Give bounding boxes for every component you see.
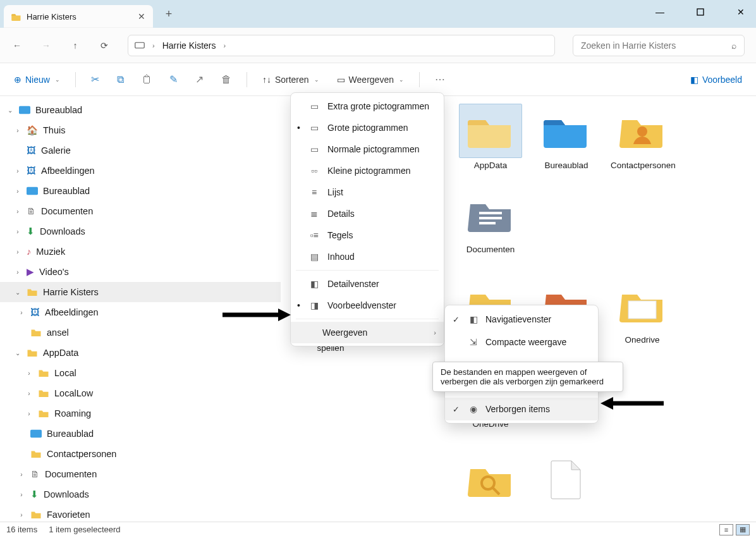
folder-icon [27,287,38,297]
menu-label: Normale pictogrammen [327,144,420,154]
sidebar-label: Bureaublad [43,186,90,196]
svg-marker-18 [278,309,291,321]
search-input[interactable]: Zoeken in Harrie Kisters ⌕ [573,35,745,56]
menu-item-hidden-items[interactable]: ✓◉Verborgen items [445,398,598,420]
desktop-icon [19,105,30,115]
view-label: Weergeven [349,75,394,85]
thumb-s-icon: ▫▫ [308,166,320,176]
maximize-button[interactable] [688,1,713,23]
pictures-icon: 🖼 [30,307,40,317]
sidebar-label: Galerie [41,145,71,156]
sidebar-item-galerie[interactable]: 🖼Galerie [0,140,281,161]
tiles-icon: ▫≡ [308,230,320,240]
forward-button[interactable]: → [40,40,52,51]
file-item-file[interactable] [535,453,598,507]
close-tab-icon[interactable]: ✕ [138,11,145,21]
chevron-right-icon: › [434,329,436,336]
sidebar-item-documenten[interactable]: ›🗎Documenten [0,464,281,484]
sidebar-item-roaming[interactable]: ›Roaming [0,403,281,424]
file-item-search[interactable] [459,453,522,507]
share-button[interactable]: ↗ [189,70,210,89]
back-button[interactable]: ← [11,40,23,51]
paste-button[interactable]: 📋︎ [135,70,158,89]
copy-button[interactable]: ⧉ [111,70,130,89]
view-menu[interactable]: ▭Extra grote pictogrammen •▭Grote pictog… [290,92,444,346]
menu-item-medium[interactable]: ▭Normale pictogrammen [291,138,444,160]
chevron-down-icon: ⌄ [399,76,404,83]
icons-view-button[interactable]: ▦ [736,524,750,535]
breadcrumb-current[interactable]: Harrie Kisters [162,40,216,51]
file-icon [550,460,583,500]
sidebar-item-videos[interactable]: ›▶Video's [0,262,281,282]
menu-item-weergeven[interactable]: Weergeven› [291,322,444,343]
menu-item-large[interactable]: •▭Grote pictogrammen [291,117,444,138]
cut-button[interactable]: ✂ [85,70,106,89]
menu-item-compact-view[interactable]: ⇲Compacte weergave [445,331,598,353]
sidebar-item-bureaublad[interactable]: Bureaublad [0,424,281,444]
bullet-icon: • [297,123,300,133]
details-view-button[interactable]: ≡ [719,524,733,535]
minimize-button[interactable]: — [647,1,673,23]
view-button[interactable]: ▭ Weergeven ⌄ [331,71,410,89]
file-item-appdata[interactable]: AppData [459,104,522,171]
chevron-right-icon: › [14,127,21,134]
sidebar-item-locallow[interactable]: ›LocalLow [0,383,281,403]
file-item-bureaublad[interactable]: Bureaublad [535,104,598,171]
sidebar-label: Video's [39,267,69,277]
folder-icon [468,113,513,149]
menu-item-detail-pane[interactable]: ◧Detailvenster [291,273,444,295]
tab[interactable]: Harrie Kisters ✕ [4,5,153,28]
breadcrumb[interactable]: › Harrie Kisters › [128,35,555,56]
nav-pane-icon: ◧ [468,314,479,324]
menu-item-content[interactable]: ▤Inhoud [291,246,444,267]
refresh-button[interactable]: ⟳ [99,40,110,51]
sidebar-item-local[interactable]: ›Local [0,363,281,383]
menu-item-tiles[interactable]: ▫≡Tegels [291,224,444,246]
menu-label: Inhoud [327,252,355,262]
new-button[interactable]: ⊕ Nieuw ⌄ [8,71,66,89]
downloads-icon: ⬇ [30,489,39,499]
sidebar-item-ansel[interactable]: ansel [0,322,281,343]
documents-folder-icon [468,197,513,233]
chevron-right-icon: › [14,188,21,195]
sidebar-item-bureaublad[interactable]: ›Bureaublad [0,181,281,201]
chevron-right-icon: › [25,390,33,397]
svg-rect-3 [27,187,38,195]
sidebar-label: Afbeeldingen [41,166,95,176]
new-tab-button[interactable]: + [159,8,178,21]
menu-label: Weergeven [322,327,367,338]
delete-button[interactable]: 🗑︎ [215,70,238,89]
sidebar-item-downloads[interactable]: ›⬇Downloads [0,484,281,504]
monitor-icon [135,42,145,49]
sidebar-item-documenten[interactable]: ›🗎Documenten [0,201,281,221]
menu-item-small[interactable]: ▫▫Kleine pictogrammen [291,160,444,181]
sidebar-item-thuis[interactable]: ›🏠Thuis [0,120,281,140]
menu-item-list[interactable]: ≡Lijst [291,181,444,203]
sidebar-item-appdata[interactable]: ⌄AppData [0,343,281,363]
file-item-documenten[interactable]: Documenten [459,188,522,255]
menu-item-extra-large[interactable]: ▭Extra grote pictogrammen [291,95,444,117]
up-button[interactable]: ↑ [70,40,81,51]
more-button[interactable]: ⋯ [429,70,451,89]
file-item-contactpersonen[interactable]: Contactpersonen [611,104,674,171]
menu-item-details[interactable]: ≣Details [291,203,444,224]
close-button[interactable]: ✕ [728,1,753,23]
chevron-down-icon: ⌄ [314,76,319,83]
sidebar-item-afbeeldingen[interactable]: ›🖼Afbeeldingen [0,161,281,181]
sidebar-item-bureaublad[interactable]: ⌄Bureaublad [0,100,281,120]
menu-item-navigation-pane[interactable]: ✓◧Navigatievenster [445,308,598,331]
sidebar-item-downloads[interactable]: ›⬇Downloads [0,221,281,241]
sidebar-item-muziek[interactable]: ›♪Muziek [0,241,281,262]
sidebar-item-harrie-kisters[interactable]: ⌄Harrie Kisters [0,282,281,302]
chevron-right-icon: › [14,208,21,215]
svg-rect-0 [697,9,704,15]
separator [296,270,439,271]
file-item-onedrive[interactable]: Onedrive [611,278,674,346]
downloads-icon: ⬇ [27,226,35,236]
preview-button[interactable]: ◧ Voorbeeld [684,71,748,89]
sort-button[interactable]: ↑↓ Sorteren ⌄ [256,71,326,89]
sidebar-item-contactpersonen[interactable]: Contactpersonen [0,444,281,464]
rename-button[interactable]: ✎ [163,70,184,89]
svg-rect-11 [628,301,656,319]
menu-item-preview-pane[interactable]: •◨Voorbeeldvenster [291,295,444,316]
